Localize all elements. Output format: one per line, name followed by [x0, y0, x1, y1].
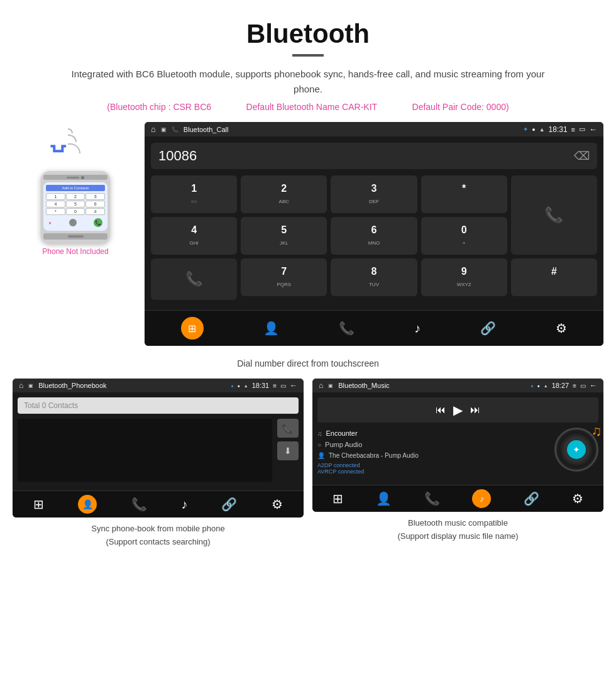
pb-nav-link[interactable]: 🔗 [221, 497, 237, 512]
nav-settings[interactable]: ⚙ [556, 321, 567, 336]
prev-button[interactable]: ⏮ [436, 404, 446, 416]
key-7[interactable]: 7PQRS [241, 258, 327, 296]
dial-caption: Dial number direct from touchscreen [0, 352, 616, 379]
phone-side: ⍽ Add to Contacts 1 2 3 4 [13, 122, 138, 256]
chip-info: (Bluetooth chip : CSR BC6 Default Blueto… [13, 102, 603, 112]
description: Integrated with BC6 Bluetooth module, su… [69, 67, 547, 97]
pb-back: ← [290, 381, 297, 390]
phone-key-6: 6 [85, 201, 105, 207]
music-controls: ⏮ ▶ ⏭ [317, 397, 598, 423]
phonebook-area-row: 📞 ⬇ [18, 419, 299, 482]
phone-not-included-label: Phone Not Included [42, 247, 108, 256]
car-dialer-screen: ⌂ ▣ 📞 Bluetooth_Call ✦ ● ▲ 18:31 ≡ ▭ ← 1… [145, 122, 603, 346]
music-nav-settings[interactable]: ⚙ [572, 491, 583, 506]
phone-key-5: 5 [66, 201, 85, 207]
music-artist-row: 👤 The Cheebacabra - Pump Audio [317, 450, 548, 461]
phonebook-caption: Sync phone-book from mobile phone (Suppo… [13, 523, 304, 549]
key-4[interactable]: 4GHI [151, 217, 237, 255]
music-caption: Bluetooth music compatible (Support disp… [312, 517, 603, 543]
chip-info-name: Default Bluetooth Name CAR-KIT [246, 102, 378, 112]
music-nav-music[interactable]: ♪ [472, 489, 491, 508]
key-hash[interactable]: # [511, 258, 597, 296]
music-menu: ≡ [573, 382, 576, 389]
key-6[interactable]: 6MNO [331, 217, 417, 255]
music-time: 18:27 [552, 382, 569, 389]
music-nav-keypad[interactable]: ⊞ [333, 491, 343, 506]
key-1[interactable]: 1○○ [151, 175, 237, 213]
time-display-main: 18:31 [549, 125, 568, 134]
key-8[interactable]: 8TUV [331, 258, 417, 296]
play-button[interactable]: ▶ [453, 402, 463, 418]
phone-keypad: 1 2 3 4 5 6 * 0 # [46, 193, 105, 215]
backspace-button[interactable]: ⌫ [574, 149, 590, 163]
car-status-bar-main: ⌂ ▣ 📞 Bluetooth_Call ✦ ● ▲ 18:31 ≡ ▭ ← [145, 122, 603, 136]
music-note-deco: ♫ [591, 423, 602, 440]
phone-green-btn: 📞 [94, 218, 102, 227]
music-wrap: ⌂ ▣ Bluetooth_Music ● ● ▲ 18:27 ≡ ▭ ← ⏮ … [312, 379, 603, 549]
music-status-bar: ⌂ ▣ Bluetooth_Music ● ● ▲ 18:27 ≡ ▭ ← [312, 379, 603, 392]
music-nav-contacts[interactable]: 👤 [376, 491, 392, 506]
phonebook-call-btn[interactable]: 📞 [277, 419, 299, 438]
title-underline [292, 54, 324, 57]
pb-window: ▭ [280, 382, 286, 389]
music-track: ♫ Encounter [317, 428, 548, 439]
car-dialer: 10086 ⌫ 1○○ 2ABC 3DEF * 📞 4GHI 5JKL 6MNO… [145, 136, 603, 306]
pb-nav-settings[interactable]: ⚙ [272, 497, 283, 512]
bluetooth-main-icon: ⍽ [50, 129, 65, 153]
key-star[interactable]: * [421, 175, 507, 213]
phonebook-time: 18:31 [252, 382, 270, 389]
phonebook-search[interactable]: Total 0 Contacts [18, 397, 299, 414]
disc-icon: ○ [317, 441, 321, 448]
pb-bt-dot: ● [231, 384, 233, 388]
nav-music[interactable]: ♪ [414, 321, 421, 336]
phonebook-download-btn[interactable]: ⬇ [277, 441, 299, 460]
phone-screen: Add to Contacts 1 2 3 4 5 6 * 0 # ✕ 📞 [43, 182, 107, 231]
chip-info-pair: Default Pair Code: 0000) [412, 102, 509, 112]
music-nav-link[interactable]: 🔗 [524, 491, 539, 506]
nav-keypad[interactable]: ⊞ [181, 317, 204, 340]
phone-icon-status: 📞 [172, 126, 179, 133]
bt-symbol: ✦ [523, 126, 528, 133]
phonebook-search-placeholder: Total 0 Contacts [24, 401, 78, 410]
pb-nav-contacts[interactable]: 👤 [78, 495, 97, 514]
nav-link[interactable]: 🔗 [480, 321, 496, 336]
back-icon-main: ← [589, 124, 597, 134]
signal-waves [68, 128, 80, 153]
nav-calls[interactable]: 📞 [339, 321, 355, 336]
call-button-green[interactable]: 📞 [511, 175, 597, 255]
call-button-orange[interactable]: 📞 [151, 258, 237, 300]
next-button[interactable]: ⏭ [470, 404, 480, 416]
a2dp-badge: A2DP connected [317, 462, 548, 468]
phonebook-bottom-nav: ⊞ 👤 📞 ♪ 🔗 ⚙ [13, 490, 304, 517]
music-screen: ⌂ ▣ Bluetooth_Music ● ● ▲ 18:27 ≡ ▭ ← ⏮ … [312, 379, 603, 512]
phonebook-action-btns: 📞 ⬇ [277, 419, 299, 482]
main-screen-title: Bluetooth_Call [184, 126, 518, 133]
key-0[interactable]: 0+ [421, 217, 507, 255]
pb-wifi: ▲ [244, 384, 248, 388]
music-home-icon: ⌂ [319, 381, 323, 390]
music-title: Bluetooth_Music [338, 382, 525, 389]
phonebook-sim-icon: ▣ [28, 383, 33, 389]
pb-signal-dot: ● [237, 384, 239, 388]
music-bottom-nav: ⊞ 👤 📞 ♪ 🔗 ⚙ [312, 485, 603, 512]
status-right-main: ✦ ● ▲ 18:31 ≡ ▭ ← [523, 124, 597, 134]
key-5[interactable]: 5JKL [241, 217, 327, 255]
signal-dot-indicator: ● [532, 126, 535, 133]
pb-nav-calls[interactable]: 📞 [131, 497, 147, 512]
phone-bottom-bar: ✕ 📞 [46, 217, 105, 228]
pb-nav-keypad[interactable]: ⊞ [33, 497, 44, 512]
nav-contacts[interactable]: 👤 [263, 321, 279, 336]
connected-badges: A2DP connected AVRCP connected [317, 461, 548, 476]
phonebook-screen: ⌂ ▣ Bluetooth_Phonebook ● ● ▲ 18:31 ≡ ▭ … [13, 379, 304, 517]
key-2[interactable]: 2ABC [241, 175, 327, 213]
phone-key-0: 0 [66, 208, 85, 215]
key-3[interactable]: 3DEF [331, 175, 417, 213]
phonebook-content: Total 0 Contacts 📞 ⬇ [13, 392, 304, 487]
music-sim-icon: ▣ [328, 383, 333, 389]
music-signal-dot: ● [537, 384, 539, 388]
phonebook-area [18, 419, 272, 482]
key-9[interactable]: 9WXYZ [421, 258, 507, 296]
dialed-number: 10086 [158, 148, 574, 164]
pb-nav-music[interactable]: ♪ [181, 497, 187, 512]
music-nav-calls[interactable]: 📞 [424, 491, 440, 506]
